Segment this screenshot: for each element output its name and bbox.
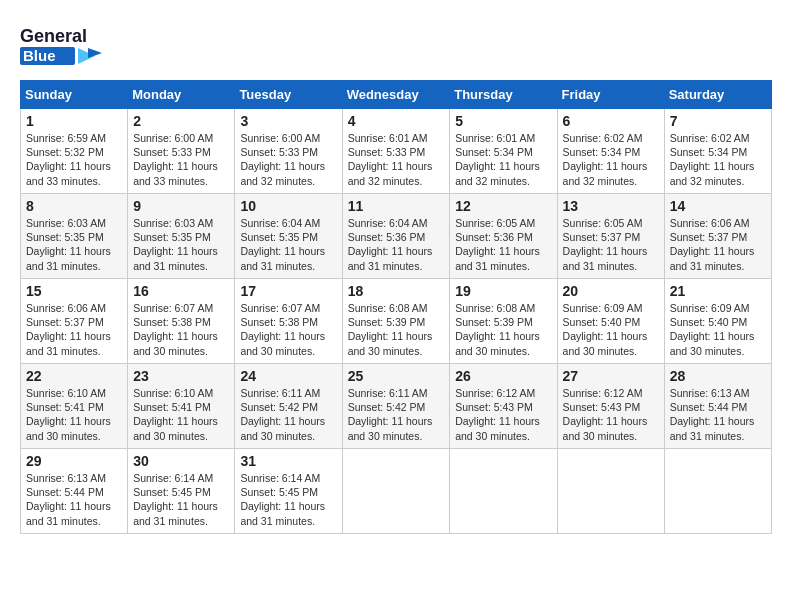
calendar-cell: 2 Sunrise: 6:00 AMSunset: 5:33 PMDayligh… <box>128 109 235 194</box>
day-number: 18 <box>348 283 445 299</box>
day-number: 11 <box>348 198 445 214</box>
day-number: 12 <box>455 198 551 214</box>
day-info: Sunrise: 6:14 AMSunset: 5:45 PMDaylight:… <box>133 472 218 527</box>
calendar-cell: 4 Sunrise: 6:01 AMSunset: 5:33 PMDayligh… <box>342 109 450 194</box>
day-info: Sunrise: 6:03 AMSunset: 5:35 PMDaylight:… <box>133 217 218 272</box>
day-number: 24 <box>240 368 336 384</box>
day-info: Sunrise: 6:04 AMSunset: 5:36 PMDaylight:… <box>348 217 433 272</box>
calendar-cell: 31 Sunrise: 6:14 AMSunset: 5:45 PMDaylig… <box>235 449 342 534</box>
day-number: 6 <box>563 113 659 129</box>
day-info: Sunrise: 6:13 AMSunset: 5:44 PMDaylight:… <box>26 472 111 527</box>
calendar-cell: 16 Sunrise: 6:07 AMSunset: 5:38 PMDaylig… <box>128 279 235 364</box>
svg-text:General: General <box>20 26 87 46</box>
day-info: Sunrise: 6:12 AMSunset: 5:43 PMDaylight:… <box>563 387 648 442</box>
day-number: 7 <box>670 113 766 129</box>
day-number: 31 <box>240 453 336 469</box>
calendar-cell: 24 Sunrise: 6:11 AMSunset: 5:42 PMDaylig… <box>235 364 342 449</box>
calendar-cell <box>450 449 557 534</box>
day-number: 9 <box>133 198 229 214</box>
calendar-cell: 1 Sunrise: 6:59 AMSunset: 5:32 PMDayligh… <box>21 109 128 194</box>
calendar-cell: 30 Sunrise: 6:14 AMSunset: 5:45 PMDaylig… <box>128 449 235 534</box>
day-info: Sunrise: 6:00 AMSunset: 5:33 PMDaylight:… <box>240 132 325 187</box>
calendar-cell: 27 Sunrise: 6:12 AMSunset: 5:43 PMDaylig… <box>557 364 664 449</box>
day-number: 14 <box>670 198 766 214</box>
day-number: 20 <box>563 283 659 299</box>
day-info: Sunrise: 6:06 AMSunset: 5:37 PMDaylight:… <box>670 217 755 272</box>
day-info: Sunrise: 6:09 AMSunset: 5:40 PMDaylight:… <box>670 302 755 357</box>
logo: General Blue <box>20 20 110 70</box>
calendar-cell: 5 Sunrise: 6:01 AMSunset: 5:34 PMDayligh… <box>450 109 557 194</box>
day-number: 22 <box>26 368 122 384</box>
weekday-header-thursday: Thursday <box>450 81 557 109</box>
day-info: Sunrise: 6:14 AMSunset: 5:45 PMDaylight:… <box>240 472 325 527</box>
day-number: 17 <box>240 283 336 299</box>
day-info: Sunrise: 6:10 AMSunset: 5:41 PMDaylight:… <box>133 387 218 442</box>
day-number: 29 <box>26 453 122 469</box>
calendar-cell: 22 Sunrise: 6:10 AMSunset: 5:41 PMDaylig… <box>21 364 128 449</box>
day-number: 21 <box>670 283 766 299</box>
day-number: 4 <box>348 113 445 129</box>
day-info: Sunrise: 6:01 AMSunset: 5:34 PMDaylight:… <box>455 132 540 187</box>
day-number: 26 <box>455 368 551 384</box>
calendar-cell <box>664 449 771 534</box>
day-number: 16 <box>133 283 229 299</box>
calendar-cell: 17 Sunrise: 6:07 AMSunset: 5:38 PMDaylig… <box>235 279 342 364</box>
weekday-header-wednesday: Wednesday <box>342 81 450 109</box>
day-info: Sunrise: 6:08 AMSunset: 5:39 PMDaylight:… <box>348 302 433 357</box>
calendar-cell: 20 Sunrise: 6:09 AMSunset: 5:40 PMDaylig… <box>557 279 664 364</box>
day-info: Sunrise: 6:02 AMSunset: 5:34 PMDaylight:… <box>670 132 755 187</box>
calendar-cell: 9 Sunrise: 6:03 AMSunset: 5:35 PMDayligh… <box>128 194 235 279</box>
calendar-cell: 23 Sunrise: 6:10 AMSunset: 5:41 PMDaylig… <box>128 364 235 449</box>
logo-icon: General Blue <box>20 20 110 70</box>
calendar-cell: 3 Sunrise: 6:00 AMSunset: 5:33 PMDayligh… <box>235 109 342 194</box>
calendar-cell: 28 Sunrise: 6:13 AMSunset: 5:44 PMDaylig… <box>664 364 771 449</box>
calendar-cell: 15 Sunrise: 6:06 AMSunset: 5:37 PMDaylig… <box>21 279 128 364</box>
day-number: 3 <box>240 113 336 129</box>
calendar-cell: 8 Sunrise: 6:03 AMSunset: 5:35 PMDayligh… <box>21 194 128 279</box>
day-info: Sunrise: 6:13 AMSunset: 5:44 PMDaylight:… <box>670 387 755 442</box>
day-number: 13 <box>563 198 659 214</box>
calendar-cell: 12 Sunrise: 6:05 AMSunset: 5:36 PMDaylig… <box>450 194 557 279</box>
svg-marker-4 <box>88 48 102 58</box>
weekday-header-tuesday: Tuesday <box>235 81 342 109</box>
day-info: Sunrise: 6:12 AMSunset: 5:43 PMDaylight:… <box>455 387 540 442</box>
calendar-table: SundayMondayTuesdayWednesdayThursdayFrid… <box>20 80 772 534</box>
calendar-cell: 10 Sunrise: 6:04 AMSunset: 5:35 PMDaylig… <box>235 194 342 279</box>
calendar-cell <box>342 449 450 534</box>
weekday-header-friday: Friday <box>557 81 664 109</box>
calendar-cell: 18 Sunrise: 6:08 AMSunset: 5:39 PMDaylig… <box>342 279 450 364</box>
day-info: Sunrise: 6:59 AMSunset: 5:32 PMDaylight:… <box>26 132 111 187</box>
calendar-cell: 14 Sunrise: 6:06 AMSunset: 5:37 PMDaylig… <box>664 194 771 279</box>
day-info: Sunrise: 6:04 AMSunset: 5:35 PMDaylight:… <box>240 217 325 272</box>
day-number: 30 <box>133 453 229 469</box>
day-number: 23 <box>133 368 229 384</box>
calendar-cell: 6 Sunrise: 6:02 AMSunset: 5:34 PMDayligh… <box>557 109 664 194</box>
calendar-cell: 26 Sunrise: 6:12 AMSunset: 5:43 PMDaylig… <box>450 364 557 449</box>
day-number: 8 <box>26 198 122 214</box>
calendar-cell: 11 Sunrise: 6:04 AMSunset: 5:36 PMDaylig… <box>342 194 450 279</box>
calendar-cell <box>557 449 664 534</box>
weekday-header-saturday: Saturday <box>664 81 771 109</box>
day-info: Sunrise: 6:11 AMSunset: 5:42 PMDaylight:… <box>240 387 325 442</box>
day-number: 15 <box>26 283 122 299</box>
day-info: Sunrise: 6:05 AMSunset: 5:37 PMDaylight:… <box>563 217 648 272</box>
day-number: 2 <box>133 113 229 129</box>
day-info: Sunrise: 6:00 AMSunset: 5:33 PMDaylight:… <box>133 132 218 187</box>
day-number: 25 <box>348 368 445 384</box>
day-number: 1 <box>26 113 122 129</box>
calendar-cell: 29 Sunrise: 6:13 AMSunset: 5:44 PMDaylig… <box>21 449 128 534</box>
day-info: Sunrise: 6:11 AMSunset: 5:42 PMDaylight:… <box>348 387 433 442</box>
day-info: Sunrise: 6:03 AMSunset: 5:35 PMDaylight:… <box>26 217 111 272</box>
day-info: Sunrise: 6:02 AMSunset: 5:34 PMDaylight:… <box>563 132 648 187</box>
day-info: Sunrise: 6:01 AMSunset: 5:33 PMDaylight:… <box>348 132 433 187</box>
day-info: Sunrise: 6:08 AMSunset: 5:39 PMDaylight:… <box>455 302 540 357</box>
day-number: 19 <box>455 283 551 299</box>
day-info: Sunrise: 6:05 AMSunset: 5:36 PMDaylight:… <box>455 217 540 272</box>
svg-text:Blue: Blue <box>23 47 56 64</box>
calendar-cell: 19 Sunrise: 6:08 AMSunset: 5:39 PMDaylig… <box>450 279 557 364</box>
day-number: 5 <box>455 113 551 129</box>
day-number: 10 <box>240 198 336 214</box>
calendar-cell: 21 Sunrise: 6:09 AMSunset: 5:40 PMDaylig… <box>664 279 771 364</box>
day-number: 28 <box>670 368 766 384</box>
day-number: 27 <box>563 368 659 384</box>
